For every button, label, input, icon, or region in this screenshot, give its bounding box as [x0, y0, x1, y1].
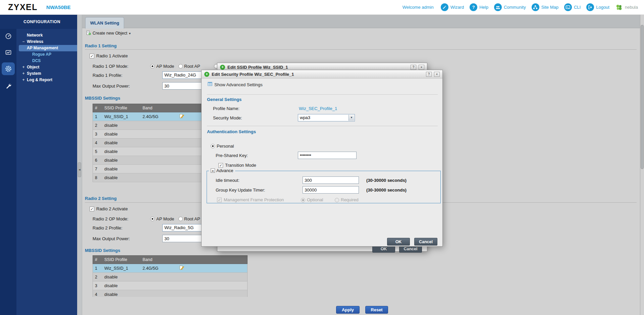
show-advanced-settings-button[interactable]: Show Advanced Settings — [208, 82, 263, 87]
sidebar-item-dcs[interactable]: DCS — [16, 58, 77, 64]
collapse-icon[interactable]: ▴ — [211, 168, 215, 173]
topbar-link-label: nebula — [625, 5, 638, 10]
radio2-apmode-option[interactable]: AP Mode — [156, 216, 174, 221]
cell-profile: Wiz_SSID_1 — [102, 114, 141, 119]
maintenance-icon[interactable] — [2, 80, 15, 92]
dialog-close-button[interactable]: × — [419, 65, 424, 70]
edit-security-profile-dialog: + Edit Security Profile Wiz_SEC_Profile_… — [201, 70, 443, 247]
cell-num: 3 — [93, 132, 102, 137]
community-icon — [494, 3, 502, 11]
radio1-apmode-radio[interactable] — [150, 64, 155, 68]
topbar-nav: Welcome admin Wizard ? Help Community Si… — [402, 3, 638, 11]
dialog-help-button[interactable]: ? — [411, 65, 416, 70]
dialog-help-button[interactable]: ? — [426, 72, 432, 77]
dialog-titlebar[interactable]: + Edit Security Profile Wiz_SEC_Profile_… — [202, 70, 442, 78]
cell-num: 4 — [93, 141, 102, 145]
security-cancel-button[interactable]: Cancel — [414, 238, 437, 246]
topbar-link-help[interactable]: ? Help — [470, 3, 488, 11]
radio2-rootap-radio[interactable] — [178, 217, 183, 221]
configuration-header: CONFIGURATION — [0, 15, 77, 29]
security-mode-label: Security Mode: — [213, 115, 242, 120]
sidebar-item-label: Log & Report — [27, 77, 52, 82]
advance-legend-label: Advance — [216, 168, 233, 173]
radio2-profile-value: Wiz_Radio_5G — [164, 225, 194, 230]
cell-num: 8 — [93, 175, 102, 180]
configuration-icon[interactable] — [2, 62, 15, 75]
tab-wlan-setting[interactable]: WLAN Setting — [85, 17, 124, 29]
cell-profile: disable — [102, 132, 141, 137]
tree-expand-icon[interactable]: + — [21, 70, 25, 77]
sidebar-item-ap-management[interactable]: AP Management — [19, 45, 77, 51]
col-ssid-profile: SSID Profile — [102, 257, 141, 262]
topbar-link-cli[interactable]: CLI — [564, 3, 581, 11]
col-band: Band — [141, 257, 177, 262]
create-new-object-button[interactable]: Create new Object ▾ — [86, 30, 131, 36]
radio1-apmode-option[interactable]: AP Mode — [156, 64, 174, 69]
radio1-rootap-option[interactable]: Root AP — [184, 64, 200, 69]
sidebar-item-object[interactable]: +Object — [16, 64, 77, 70]
transition-mode-label[interactable]: Transition Mode — [225, 163, 256, 168]
cell-profile: disable — [102, 123, 141, 128]
mbssid2-row-1[interactable]: 1 Wiz_SSID_1 2.4G/5G — [93, 264, 248, 273]
cell-num: 5 — [93, 149, 102, 154]
topbar-link-community[interactable]: Community — [494, 3, 526, 11]
radio2-rootap-option[interactable]: Root AP — [184, 216, 200, 221]
topbar-link-nebula[interactable]: nebula — [615, 3, 638, 11]
logout-icon — [586, 3, 594, 11]
security-ok-button[interactable]: OK — [387, 238, 410, 246]
group-key-update-input[interactable] — [303, 186, 359, 194]
personal-radio[interactable] — [211, 144, 215, 148]
edit-icon[interactable] — [179, 115, 184, 119]
check-icon: ✓ — [90, 54, 93, 58]
topbar-link-label: Site Map — [541, 5, 558, 10]
nebula-icon — [615, 3, 623, 11]
brand: ZYXEL NWA50BE — [8, 2, 71, 12]
pre-shared-key-input[interactable]: •••••••• — [298, 152, 357, 159]
sidebar-item-rogue-ap[interactable]: Rogue AP — [16, 51, 77, 58]
security-mode-select[interactable]: wpa3▼ — [298, 114, 355, 121]
cell-num: 7 — [93, 167, 102, 171]
sidebar-item-label: Object — [27, 65, 39, 69]
sidebar-collapse-handle[interactable]: ◀ — [78, 162, 81, 177]
topbar-link-label: Wizard — [450, 5, 464, 10]
sidebar-item-label: Rogue AP — [32, 52, 51, 57]
transition-mode-checkbox[interactable]: ✓ — [218, 163, 223, 168]
mbssid2-row-4[interactable]: 4disable — [93, 290, 248, 297]
sidebar-item-wireless[interactable]: −Wireless — [16, 39, 77, 45]
advance-legend: ▴ Advance — [209, 168, 235, 173]
tree-collapse-icon[interactable]: − — [21, 39, 25, 45]
scrollbar-handle[interactable] — [641, 25, 644, 169]
radio2-opmode-label: Radio 2 OP Mode: — [93, 216, 128, 221]
reset-button[interactable]: Reset — [365, 306, 388, 314]
dialog-close-button[interactable]: × — [434, 72, 440, 77]
apply-button[interactable]: Apply — [336, 306, 360, 314]
topbar-link-logout[interactable]: Logout — [586, 3, 609, 11]
mbssid2-row-3[interactable]: 3disable — [93, 281, 248, 290]
topbar-link-sitemap[interactable]: Site Map — [532, 3, 558, 11]
radio2-activate-label: Radio 2 Activate — [96, 206, 128, 211]
app-window: ZYXEL NWA50BE Welcome admin Wizard ? Hel… — [0, 0, 644, 315]
sidebar-item-network[interactable]: Network — [16, 32, 77, 39]
vertical-scrollbar[interactable] — [640, 15, 644, 315]
edit-icon[interactable] — [179, 266, 184, 271]
radio1-rootap-radio[interactable] — [178, 64, 183, 68]
sidebar-item-log-report[interactable]: +Log & Report — [16, 77, 77, 83]
topbar-link-wizard[interactable]: Wizard — [441, 3, 464, 11]
sidebar-item-system[interactable]: +System — [16, 70, 77, 77]
mbssid2-header-row: # SSID Profile Band — [93, 255, 248, 264]
monitor-icon[interactable] — [2, 47, 15, 59]
personal-label[interactable]: Personal — [217, 144, 234, 149]
idle-timeout-input[interactable] — [303, 176, 359, 184]
mfp-optional-label: Optional — [307, 197, 323, 202]
radio2-activate-checkbox[interactable]: ✓ — [90, 207, 94, 211]
radio2-apmode-radio[interactable] — [150, 217, 155, 221]
radio1-profile-value: Wiz_Radio_24G — [164, 72, 196, 77]
radio2-profile-label: Radio 2 Profile: — [93, 225, 122, 230]
mbssid2-row-2[interactable]: 2disable — [93, 273, 248, 281]
tree-expand-icon[interactable]: + — [21, 64, 25, 70]
show-advanced-label: Show Advanced Settings — [214, 82, 263, 87]
radio1-activate-checkbox[interactable]: ✓ — [90, 54, 94, 58]
sidebar-item-label: Network — [27, 33, 43, 38]
dashboard-icon[interactable] — [2, 30, 15, 42]
tree-expand-icon[interactable]: + — [21, 77, 25, 83]
